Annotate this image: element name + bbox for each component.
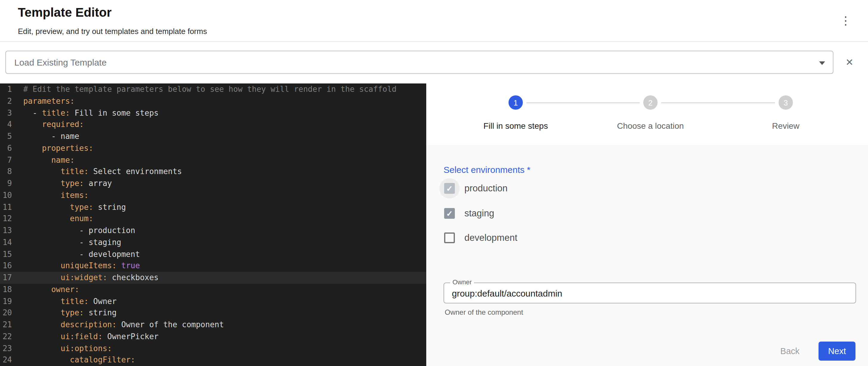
owner-field-label: Owner	[450, 278, 474, 285]
code-line[interactable]: 10 items:	[0, 189, 426, 202]
line-number: 13	[0, 225, 12, 237]
line-number: 12	[0, 213, 12, 225]
checkbox-row-development[interactable]: development	[439, 228, 518, 248]
stepper-step-3: 3Review	[738, 95, 833, 130]
line-code: - title: Fill in some steps	[12, 107, 159, 119]
code-line[interactable]: 22 ui:field: OwnerPicker	[0, 331, 426, 343]
code-line[interactable]: 13 - production	[0, 225, 426, 237]
line-code: ui:field: OwnerPicker	[12, 331, 159, 343]
code-line[interactable]: 4 required:	[0, 119, 426, 131]
code-line[interactable]: 14 - staging	[0, 237, 426, 249]
line-number: 7	[0, 154, 12, 166]
step-number-badge: 3	[779, 95, 793, 110]
code-line[interactable]: 8 title: Select environments	[0, 166, 426, 178]
line-code: type: string	[12, 201, 126, 213]
code-line[interactable]: 1# Edit the template parameters below to…	[0, 84, 426, 95]
step-label: Choose a location	[617, 121, 684, 130]
code-line[interactable]: 18 owner:	[0, 284, 426, 296]
chevron-down-icon	[819, 61, 825, 65]
page-header: Template Editor Edit, preview, and try o…	[0, 0, 868, 42]
line-number: 11	[0, 201, 12, 213]
line-number: 22	[0, 331, 12, 343]
line-number: 9	[0, 178, 12, 189]
code-line[interactable]: 9 type: array	[0, 178, 426, 189]
line-number: 18	[0, 284, 12, 296]
stepper: 1Fill in some steps2Choose a location3Re…	[426, 84, 868, 145]
code-editor[interactable]: 1# Edit the template parameters below to…	[0, 84, 426, 366]
select-environments-label: Select environments*	[443, 164, 531, 175]
code-line[interactable]: 17 ui:widget: checkboxes	[0, 272, 426, 284]
code-line[interactable]: 16 uniqueItems: true	[0, 260, 426, 272]
code-line[interactable]: 24 catalogFilter:	[0, 355, 426, 366]
stepper-step-1: 1Fill in some steps	[468, 95, 563, 130]
line-code: - name	[12, 130, 79, 143]
step-label: Review	[772, 121, 800, 130]
checkbox-label[interactable]: production	[464, 183, 507, 194]
load-template-select[interactable]: Load Existing Template	[5, 51, 833, 74]
line-code: - production	[12, 225, 135, 237]
code-line[interactable]: 11 type: string	[0, 201, 426, 213]
line-code: parameters:	[12, 95, 74, 107]
line-code: catalogFilter:	[12, 355, 135, 366]
line-code: type: array	[12, 178, 112, 189]
code-line[interactable]: 20 type: string	[0, 307, 426, 319]
checkbox-slot: ✓	[439, 203, 460, 223]
line-number: 14	[0, 237, 12, 249]
line-number: 3	[0, 107, 12, 119]
checkbox-row-staging[interactable]: ✓staging	[439, 203, 494, 223]
code-line[interactable]: 6 properties:	[0, 143, 426, 154]
line-number: 23	[0, 342, 12, 355]
close-icon[interactable]: ✕	[842, 55, 857, 70]
line-code: ui:widget: checkboxes	[12, 272, 159, 284]
form-section: Select environments* ✓production✓staging…	[426, 145, 868, 366]
code-line[interactable]: 12 enum:	[0, 213, 426, 225]
template-editor-page: Template Editor Edit, preview, and try o…	[0, 0, 868, 366]
code-line[interactable]: 15 - development	[0, 248, 426, 260]
code-line[interactable]: 23 ui:options:	[0, 342, 426, 355]
check-icon: ✓	[446, 184, 453, 192]
line-code: uniqueItems: true	[12, 260, 140, 272]
checkbox-checked-icon[interactable]: ✓	[444, 208, 455, 219]
checkbox-checked-icon[interactable]: ✓	[444, 183, 455, 194]
step-number-badge: 1	[508, 95, 523, 110]
preview-panel: 1Fill in some steps2Choose a location3Re…	[426, 84, 868, 366]
checkbox-label[interactable]: staging	[464, 208, 494, 219]
code-line[interactable]: 2parameters:	[0, 95, 426, 107]
line-code: type: string	[12, 307, 117, 319]
checkbox-slot	[439, 228, 460, 248]
step-number-badge: 2	[643, 95, 657, 110]
line-number: 17	[0, 272, 12, 284]
load-template-placeholder: Load Existing Template	[14, 57, 107, 67]
line-code: title: Owner	[12, 295, 117, 307]
code-line[interactable]: 5 - name	[0, 130, 426, 143]
page-title: Template Editor	[18, 5, 112, 20]
form-actions: Back Next	[778, 341, 856, 361]
main-split: 1# Edit the template parameters below to…	[0, 84, 868, 366]
line-number: 21	[0, 319, 12, 331]
back-button[interactable]: Back	[778, 343, 802, 360]
stepper-step-2: 2Choose a location	[603, 95, 698, 130]
line-code: items:	[12, 189, 89, 202]
code-line[interactable]: 19 title: Owner	[0, 295, 426, 307]
line-code: enum:	[12, 213, 93, 225]
line-number: 5	[0, 130, 12, 143]
next-button[interactable]: Next	[818, 341, 856, 361]
line-code: - staging	[12, 237, 121, 249]
line-number: 4	[0, 119, 12, 131]
line-number: 1	[0, 84, 12, 95]
owner-field[interactable]: Owner group:default/accountadmin	[443, 282, 856, 303]
checkbox-label[interactable]: development	[464, 233, 518, 243]
line-code: name:	[12, 154, 74, 166]
line-code: title: Select environments	[12, 166, 182, 178]
kebab-menu-icon[interactable]: ⋮	[836, 14, 855, 27]
code-line[interactable]: 21 description: Owner of the component	[0, 319, 426, 331]
code-line[interactable]: 7 name:	[0, 154, 426, 166]
line-code: properties:	[12, 143, 93, 154]
code-line[interactable]: 3 - title: Fill in some steps	[0, 107, 426, 119]
line-number: 8	[0, 166, 12, 178]
line-code: description: Owner of the component	[12, 319, 224, 331]
line-number: 24	[0, 355, 12, 366]
checkbox-unchecked-icon[interactable]	[444, 233, 455, 243]
checkbox-row-production[interactable]: ✓production	[439, 178, 507, 199]
line-number: 2	[0, 95, 12, 107]
